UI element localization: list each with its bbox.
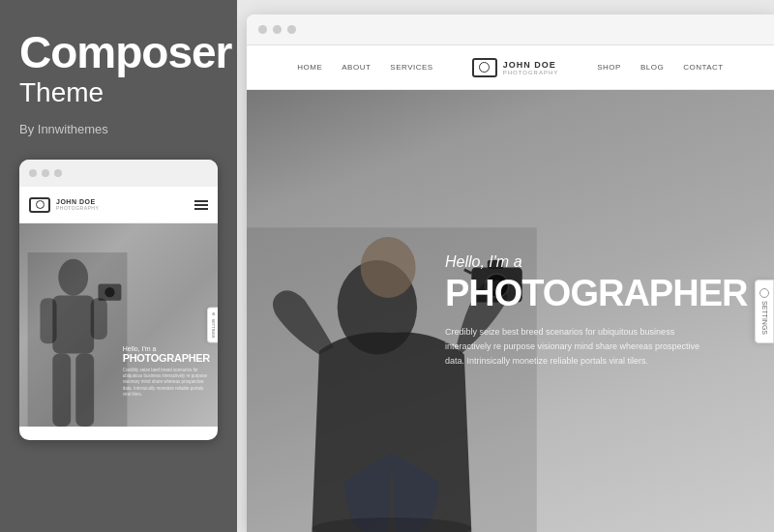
nav-link-about[interactable]: ABOUT [342,63,371,72]
mobile-logo-text: JOHN DOE PHOTOGRAPHY [56,198,99,211]
nav-link-blog[interactable]: BLOG [640,63,664,72]
desktop-nav-links: HOME ABOUT SERVICES JOHN DOE PHOTOGRAPHY… [276,58,745,77]
mobile-nav: JOHN DOE PHOTOGRAPHY [19,187,218,223]
desktop-browser-bar [247,15,774,45]
svg-point-1 [58,259,88,296]
mobile-logo: JOHN DOE PHOTOGRAPHY [29,197,99,213]
desktop-nav: HOME ABOUT SERVICES JOHN DOE PHOTOGRAPHY… [247,45,774,90]
nav-link-shop[interactable]: SHOP [597,63,621,72]
left-panel: Composer Theme By Innwithemes JOHN DOE P… [0,0,237,532]
browser-dot-2 [42,169,49,177]
mobile-settings-tab[interactable]: ⚙ SETTINGS [207,308,218,343]
mobile-settings-label: SETTINGS [211,319,216,339]
mobile-settings-gear-icon: ⚙ [211,312,216,317]
hamburger-icon[interactable] [194,200,208,210]
desktop-hero-body: Credibly seize best breed scenarios for … [445,325,716,369]
theme-subtitle: Theme [19,77,218,108]
desktop-hero-content: Hello, I'm a PHOTOGRAPHER Credibly seize… [445,253,745,369]
svg-rect-3 [40,298,56,343]
desktop-logo-name: JOHN DOE [503,60,559,70]
desktop-preview: HOME ABOUT SERVICES JOHN DOE PHOTOGRAPHY… [247,15,774,532]
desktop-logo: JOHN DOE PHOTOGRAPHY [472,58,559,77]
desktop-settings-label: SETTINGS [761,300,768,334]
nav-link-services[interactable]: SERVICES [390,63,432,72]
desktop-camera-icon [472,58,497,77]
mobile-preview: JOHN DOE PHOTOGRAPHY [19,160,218,440]
browser-dot-3 [54,169,62,177]
mobile-logo-sub: PHOTOGRAPHY [56,205,99,211]
desktop-photographer-title: PHOTOGRAPHER [445,275,745,311]
svg-rect-2 [52,296,94,354]
mobile-photographer-title: PHOTOGRAPHER [123,352,210,364]
desktop-dot-2 [273,25,282,34]
mobile-logo-name: JOHN DOE [56,198,99,205]
settings-gear-icon [759,287,769,297]
mobile-browser-bar [19,160,218,187]
svg-point-11 [361,237,416,298]
svg-rect-8 [75,354,94,427]
desktop-logo-text: JOHN DOE PHOTOGRAPHY [503,60,559,75]
mobile-hero-text: Hello, I'm a PHOTOGRAPHER Credibly seize… [123,345,210,399]
mobile-body-text: Credibly seize beef breed scenarios for … [123,368,210,398]
right-panel: HOME ABOUT SERVICES JOHN DOE PHOTOGRAPHY… [237,0,774,532]
desktop-settings-tab[interactable]: SETTINGS [755,279,774,342]
camera-icon [29,197,50,213]
desktop-dot-3 [287,25,296,34]
mobile-hero: Hello, I'm a PHOTOGRAPHER Credibly seize… [19,223,218,427]
svg-rect-7 [52,354,71,427]
mobile-photographer-image [19,252,135,427]
desktop-dot-1 [258,25,267,34]
desktop-hello-text: Hello, I'm a [445,253,745,271]
desktop-logo-sub: PHOTOGRAPHY [503,70,559,75]
theme-title: Composer [19,29,218,75]
svg-rect-4 [91,298,107,340]
nav-link-home[interactable]: HOME [297,63,322,72]
theme-author: By Innwithemes [19,122,218,136]
browser-dot-1 [29,169,37,177]
mobile-hello-text: Hello, I'm a [123,345,210,352]
svg-point-6 [104,287,114,297]
nav-link-contact[interactable]: CONTACT [683,63,724,72]
desktop-hero: Hello, I'm a PHOTOGRAPHER Credibly seize… [247,90,774,532]
